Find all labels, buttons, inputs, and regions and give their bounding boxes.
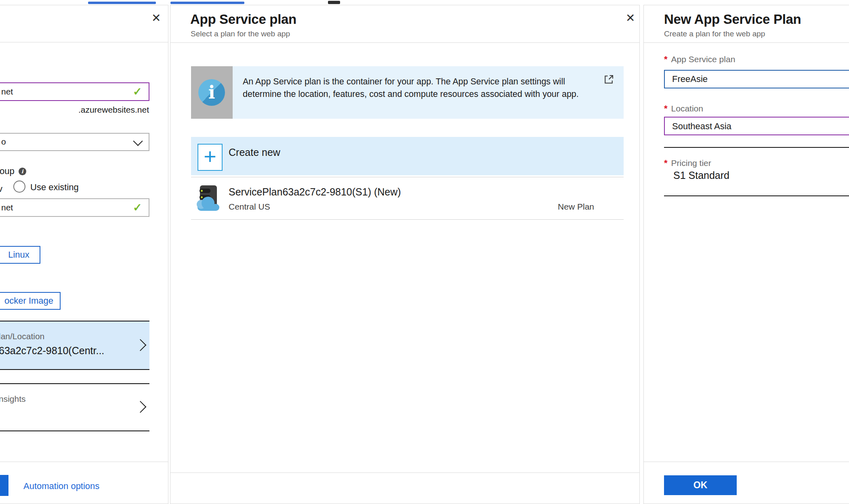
- resource-group-input[interactable]: [0, 198, 149, 217]
- automation-options-link[interactable]: Automation options: [23, 481, 99, 491]
- close-icon[interactable]: ✕: [151, 13, 161, 24]
- plan-status-badge: New Plan: [558, 202, 594, 212]
- pricing-tier-label: Pricing tier: [671, 158, 711, 168]
- plus-icon-glyph: +: [204, 145, 216, 167]
- create-new-label: Create new: [229, 147, 280, 158]
- blade-subtitle: Select a plan for the web app: [191, 29, 290, 38]
- location-value: Southeast Asia: [672, 121, 731, 132]
- plus-icon: +: [198, 144, 223, 171]
- selector-label: lan/Location: [0, 332, 44, 341]
- create-button-fragment[interactable]: [0, 475, 8, 496]
- create-new-radio-fragment: v: [0, 184, 2, 194]
- app-service-plan-label: App Service plan: [671, 55, 736, 64]
- required-marker: *: [664, 158, 668, 168]
- location-label: Location: [671, 104, 703, 113]
- app-name-input[interactable]: [0, 82, 149, 101]
- use-existing-radio[interactable]: [13, 181, 25, 193]
- ok-button-label: OK: [693, 480, 708, 491]
- app-service-plan-selector[interactable]: lan/Location 63a2c7c2-9810(Centr...: [0, 321, 149, 370]
- os-linux-button[interactable]: Linux: [0, 246, 40, 264]
- domain-suffix: .azurewebsites.net: [0, 105, 149, 115]
- info-icon: i: [198, 79, 225, 106]
- check-icon: ✓: [133, 86, 142, 97]
- new-app-service-plan-blade: New App Service Plan Create a plan for t…: [643, 5, 849, 504]
- location-select[interactable]: Southeast Asia: [664, 117, 849, 135]
- info-banner: i An App Service plan is the container f…: [191, 66, 624, 119]
- create-new-plan-row[interactable]: + Create new: [191, 137, 624, 175]
- divider: [664, 147, 849, 148]
- chevron-right-icon: [134, 339, 147, 351]
- required-marker: *: [664, 103, 668, 114]
- chevron-down-icon: [133, 136, 143, 146]
- pricing-tier-selector[interactable]: * Pricing tier S1 Standard: [664, 151, 849, 195]
- resource-group-label: oup: [0, 166, 15, 176]
- app-service-plan-icon: [197, 185, 221, 211]
- subscription-value: o: [1, 137, 6, 147]
- selector-label: nsights: [0, 394, 26, 404]
- use-existing-label: Use existing: [30, 182, 79, 193]
- selector-value: 63a2c7c2-9810(Centr...: [0, 345, 104, 357]
- required-marker: *: [664, 54, 668, 65]
- chevron-right-icon: [134, 401, 147, 413]
- breadcrumb-fragment: [328, 1, 340, 4]
- service-plan-list-item[interactable]: ServicePlan63a2c7c2-9810(S1) (New) Centr…: [191, 184, 624, 219]
- plan-location: Central US: [229, 202, 270, 212]
- check-icon: ✓: [133, 202, 142, 213]
- docker-image-button[interactable]: ocker Image: [0, 292, 61, 310]
- info-banner-text: An App Service plan is the container for…: [243, 76, 598, 101]
- create-web-app-blade: ✕ ✓ .azurewebsites.net o oup i v Use exi…: [0, 5, 168, 504]
- subscription-dropdown[interactable]: o: [0, 133, 149, 151]
- os-linux-label: Linux: [8, 250, 29, 260]
- divider: [664, 195, 849, 196]
- breadcrumb-fragment: [88, 2, 156, 4]
- docker-image-label: ocker Image: [4, 296, 53, 306]
- blade-title: New App Service Plan: [664, 12, 801, 27]
- azure-portal-create-web-app: ✕ ✓ .azurewebsites.net o oup i v Use exi…: [0, 0, 849, 504]
- application-insights-selector[interactable]: nsights: [0, 383, 149, 431]
- app-service-plan-input[interactable]: [664, 70, 849, 88]
- external-link-icon[interactable]: [603, 74, 615, 86]
- ok-button[interactable]: OK: [664, 475, 737, 495]
- pricing-tier-value: S1 Standard: [673, 170, 729, 181]
- info-icon-glyph: i: [208, 84, 215, 101]
- info-icon: i: [19, 168, 26, 175]
- plan-name: ServicePlan63a2c7c2-9810(S1) (New): [229, 186, 401, 198]
- blade-title: App Service plan: [190, 12, 296, 27]
- app-service-plan-blade: App Service plan Select a plan for the w…: [170, 5, 640, 504]
- blade-subtitle: Create a plan for the web app: [664, 29, 765, 38]
- breadcrumb-fragment: [170, 2, 244, 4]
- close-icon[interactable]: ✕: [626, 13, 635, 24]
